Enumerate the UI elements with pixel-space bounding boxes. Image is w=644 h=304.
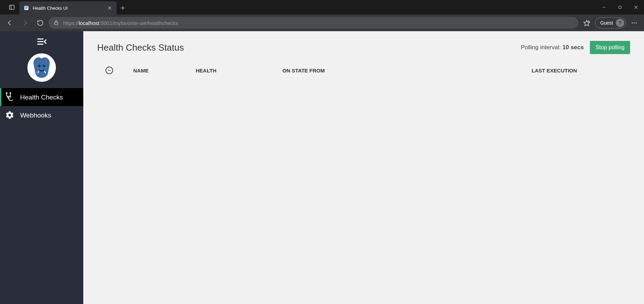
new-tab-button[interactable] [117, 1, 129, 15]
svg-rect-0 [9, 5, 14, 9]
page-title: Health Checks Status [97, 42, 184, 53]
svg-point-18 [632, 23, 633, 24]
url-text: https://localhost:5001/myfavorite-ui#/he… [63, 20, 574, 26]
url-host: localhost [79, 20, 99, 26]
favicon-icon [24, 5, 29, 11]
expand-all-toggle[interactable] [105, 67, 133, 74]
column-header-health: HEALTH [196, 68, 282, 73]
column-header-name: NAME [133, 68, 196, 73]
status-header: Health Checks Status Polling interval: 1… [97, 41, 630, 54]
tab-close-button[interactable] [105, 3, 115, 13]
window-minimize-button[interactable] [596, 0, 612, 15]
url-path: :5001/myfavorite-ui#/healthchecks [99, 20, 178, 26]
avatar-icon: ? [616, 19, 624, 27]
status-controls: Polling interval: 10 secs Stop polling [521, 41, 630, 54]
profile-label: Guest [600, 20, 613, 26]
sidebar-item-healthchecks[interactable]: Health Checks [0, 88, 83, 106]
tab-actions-button[interactable] [4, 0, 19, 15]
column-header-last-exec: LAST EXECUTION [532, 68, 622, 73]
minus-circle-icon [105, 67, 113, 74]
column-header-on-state-from: ON STATE FROM [282, 68, 532, 73]
favorites-button[interactable] [580, 16, 594, 30]
polling-prefix: Polling interval: [521, 44, 562, 51]
forward-button[interactable] [18, 16, 32, 30]
sidebar-nav: Health Checks Webhooks [0, 88, 83, 124]
url-scheme: https:// [63, 20, 79, 26]
svg-point-26 [43, 65, 45, 67]
main-content: Health Checks Status Polling interval: 1… [83, 31, 644, 304]
back-button[interactable] [3, 16, 17, 30]
logo-icon [27, 53, 56, 82]
browser-chrome: Health Checks UI [0, 0, 644, 31]
polling-value: 10 [562, 44, 569, 51]
tab-title: Health Checks UI [33, 6, 101, 11]
refresh-button[interactable] [33, 16, 47, 30]
svg-point-25 [38, 65, 41, 67]
svg-point-19 [634, 23, 635, 24]
sidebar: Health Checks Webhooks [0, 31, 83, 304]
stethoscope-icon [5, 92, 15, 102]
address-bar[interactable]: https://localhost:5001/myfavorite-ui#/he… [49, 17, 578, 29]
polling-interval-label: Polling interval: 10 secs [521, 44, 584, 51]
browser-tab[interactable]: Health Checks UI [19, 1, 117, 15]
profile-button[interactable]: Guest ? [595, 17, 626, 28]
window-maximize-button[interactable] [612, 0, 628, 15]
polling-suffix: secs [569, 44, 584, 51]
svg-point-20 [636, 23, 637, 24]
svg-rect-4 [25, 8, 28, 8]
sidebar-item-webhooks[interactable]: Webhooks [0, 106, 83, 124]
svg-point-27 [6, 93, 7, 94]
svg-rect-3 [25, 7, 28, 7]
svg-rect-14 [54, 23, 58, 25]
window-close-button[interactable] [628, 0, 644, 15]
svg-rect-11 [619, 6, 621, 9]
sidebar-logo [0, 52, 83, 88]
app-root: Health Checks Webhooks Health Checks Sta… [0, 31, 644, 304]
stop-polling-button[interactable]: Stop polling [590, 41, 630, 54]
healthchecks-table-header: NAME HEALTH ON STATE FROM LAST EXECUTION [97, 64, 630, 77]
browser-toolbar: https://localhost:5001/myfavorite-ui#/he… [0, 15, 644, 31]
svg-rect-5 [25, 8, 27, 9]
sidebar-item-label: Webhooks [20, 112, 51, 119]
svg-point-28 [10, 93, 11, 94]
window-controls [596, 0, 644, 15]
title-bar: Health Checks UI [0, 0, 644, 15]
site-security-icon[interactable] [53, 20, 60, 26]
browser-menu-button[interactable] [627, 16, 641, 30]
gear-icon [5, 110, 15, 120]
sidebar-toggle-button[interactable] [0, 31, 83, 52]
sidebar-item-label: Health Checks [20, 94, 63, 101]
